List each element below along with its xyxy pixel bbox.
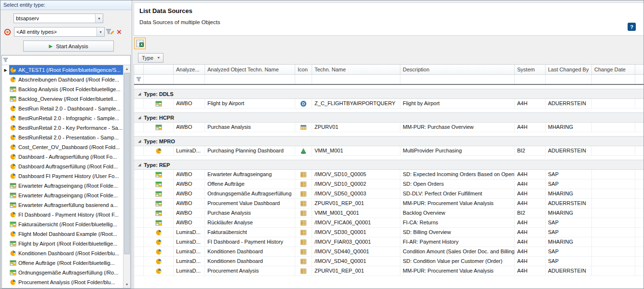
filter-cell[interactable] (312, 75, 400, 84)
filter-cell[interactable] (174, 75, 205, 84)
filter-cell[interactable] (400, 75, 515, 84)
column-header[interactable] (144, 65, 174, 74)
vertical-scrollbar[interactable]: ▲ ▼ (123, 65, 130, 288)
column-header[interactable]: Techn. Name (312, 65, 400, 74)
cell-tool: AWBO (174, 99, 205, 108)
scroll-up-button[interactable]: ▲ (123, 65, 130, 72)
table-row[interactable]: LumiraD...Konditionen Dashboard/IMO/V_SD… (134, 247, 644, 257)
list-item[interactable]: Erwarteter Auftragseingang (/Root Folde.… (2, 181, 123, 191)
group-row[interactable]: ◢Type: REP (134, 160, 644, 170)
list-item[interactable]: Fakturaübersicht (/Root Folder/bluetelli… (2, 220, 123, 229)
group-row[interactable]: ◢Type: MPRO (134, 136, 644, 146)
list-item[interactable]: FI Dashboard - Payment History (/Root F.… (2, 210, 123, 220)
group-expand-icon[interactable]: ◢ (138, 139, 141, 143)
list-item[interactable]: BestRunRetail 2.0 - Key Performance - Sa… (2, 123, 123, 133)
cell-change_date (592, 123, 635, 132)
table-row[interactable]: AWBORückläufer Analyse/IMO/V_FICA06_Q000… (134, 218, 644, 228)
list-item[interactable]: Dashboard FI Payment History (/User Fo..… (2, 171, 123, 181)
column-header[interactable]: Analyze... (174, 65, 205, 74)
filter-cell[interactable] (592, 75, 635, 84)
group-row[interactable]: ◢Type: HCPR (134, 112, 644, 123)
cell-description: MM-PUR: Procurement Value Analysis (400, 266, 515, 275)
table-row[interactable]: LumiraD...Procurement AnalysisZPURV01_RE… (134, 266, 644, 276)
group-row[interactable]: ◢Type: DDLS (134, 89, 644, 99)
lumira-pie-icon (155, 148, 162, 154)
list-item-content: Offene Aufträge (/Root Folder/bluetellig… (9, 258, 123, 268)
connection-target-icon[interactable] (2, 28, 13, 36)
cell-change_date (592, 228, 635, 237)
start-analysis-button[interactable]: ▶ Start Analysis (23, 41, 114, 52)
scrollbar-thumb[interactable] (124, 73, 130, 254)
group-expand-icon[interactable]: ◢ (138, 92, 141, 96)
table-row[interactable]: AWBOProcurement Value DashboardZPURV01_R… (134, 199, 644, 208)
list-item[interactable]: Erwarteter Auftragserfüllung basierend a… (2, 200, 123, 210)
list-item[interactable]: BestRun Retail 2.0 - Dashboard - Sample.… (2, 104, 123, 113)
group-expand-icon[interactable]: ◢ (138, 115, 141, 120)
workbook-grid-icon (10, 269, 16, 276)
filter-cell[interactable] (546, 75, 592, 84)
icon-cell (144, 146, 174, 155)
filter-cell[interactable] (144, 75, 174, 84)
list-item[interactable]: Procurement Analysis (/Root Folder/blu..… (2, 277, 123, 287)
filter-cell[interactable] (134, 75, 144, 84)
composite-provider-icon (300, 124, 307, 131)
list-item[interactable]: Konditionen Dashboard (/Root Folder/blu.… (2, 248, 123, 258)
table-row[interactable]: AWBOErwarteter Auftragseingang/IMO/V_SD1… (134, 170, 644, 179)
list-item[interactable]: Cost_Center_OV_Dashboard (/Root Fold... (2, 142, 123, 152)
entity-type-combobox[interactable]: <All entity types> ▾ (14, 27, 105, 37)
list-item[interactable]: Dashboard Auftragserfüllung (/Root Fold.… (2, 162, 123, 171)
scroll-down-button[interactable]: ▼ (123, 281, 130, 288)
clear-filter-icon[interactable]: ✕ (115, 28, 123, 36)
list-item[interactable]: ▶AK_TEST1 (/Root Folder/bluetelligence/S… (2, 65, 123, 75)
filter-cell[interactable] (205, 75, 295, 84)
list-item[interactable]: Flight Model Dashboard Example (/Root... (2, 229, 123, 239)
column-header[interactable]: System (515, 65, 546, 74)
table-row[interactable]: AWBOFlight by AirportDZ_C_FLIGHTBYAIRPOR… (134, 99, 644, 109)
row-indicator-cell (134, 266, 144, 275)
data-grid: Analyze...Analyzed Object Techn. NameIco… (134, 64, 644, 289)
column-header[interactable]: Change Date (592, 65, 635, 74)
table-row[interactable]: AWBOOffene Aufträge/IMO/V_SD10_Q0002SD: … (134, 179, 644, 189)
filter-cell[interactable] (515, 75, 546, 84)
row-focus-indicator (2, 210, 9, 220)
list-item[interactable]: Offene Aufträge (/Root Folder/bluetellig… (2, 258, 123, 268)
list-item[interactable]: Abschreibungen Dashboard (/Root Folde... (2, 75, 123, 84)
cell-description: MM-PUR: Procurement Value Analysis (400, 199, 515, 208)
document-header: List Data Sources Data Sources of multip… (134, 2, 644, 36)
chevron-down-icon[interactable]: ▾ (96, 28, 104, 36)
column-header[interactable]: Description (400, 65, 515, 74)
help-button[interactable]: ? (628, 23, 636, 31)
table-row[interactable]: LumiraD...FI Dashboard - Payment History… (134, 237, 644, 247)
table-row[interactable]: LumiraD...Konditionen Dashboard/IMO/V_SD… (134, 257, 644, 266)
list-item[interactable]: Dashboard - Auftragserfüllung (/Root Fo.… (2, 152, 123, 162)
row-focus-indicator (2, 258, 9, 268)
scrollbar-track[interactable] (123, 72, 130, 281)
row-indicator-cell (134, 179, 144, 189)
filter-cell[interactable] (295, 75, 312, 84)
list-filter-row[interactable] (2, 55, 130, 65)
server-combobox[interactable]: btsapserv ▾ (14, 14, 103, 23)
list-item[interactable]: Ordnungsgemäße Auftragserfüllung (/Ro... (2, 268, 123, 277)
list-item[interactable]: Backlog Analysis (/Root Folder/bluetelli… (2, 84, 123, 94)
column-header[interactable]: Last Changed By (546, 65, 592, 74)
table-row[interactable]: AWBOOrdnungsgemäße Auftragserfüllung/IMO… (134, 189, 644, 199)
column-header[interactable] (134, 65, 144, 74)
group-by-type-chip[interactable]: Type ▾ (138, 53, 164, 63)
cell-object_name: Konditionen Dashboard (205, 247, 295, 256)
column-header[interactable]: Icon (295, 65, 312, 74)
list-item[interactable]: Backlog_Overview (/Root Folder/bluetell.… (2, 94, 123, 104)
table-row[interactable]: AWBOPurchase AnalysisZPURV01MM-PUR: Purc… (134, 123, 644, 132)
filter-edit-icon[interactable] (105, 28, 115, 35)
table-row[interactable]: LumiraD...Fakturaübersicht/IMO/V_SD30_Q0… (134, 228, 644, 237)
list-item[interactable]: BestRunRetail 2.0 - Presentation - Samp.… (2, 133, 123, 142)
list-item[interactable]: Erwarteter Auftragseingang (/Root Folde.… (2, 191, 123, 200)
list-item[interactable]: BestRunRetail 2.0 - Infographic - Sample… (2, 113, 123, 123)
lumira-pie-icon (10, 279, 16, 286)
list-item[interactable]: Flight by Airport (/Root Folder/bluetell… (2, 239, 123, 248)
group-expand-icon[interactable]: ◢ (138, 163, 141, 167)
export-excel-button[interactable]: X (134, 38, 146, 49)
column-header[interactable]: Analyzed Object Techn. Name (205, 65, 295, 74)
chevron-down-icon[interactable]: ▾ (95, 14, 103, 23)
table-row[interactable]: LumiraD...Purchasing Planning DashboardV… (134, 146, 644, 156)
table-row[interactable]: AWBOPurchase AnalysisVMM_M001_Q001Backlo… (134, 208, 644, 218)
